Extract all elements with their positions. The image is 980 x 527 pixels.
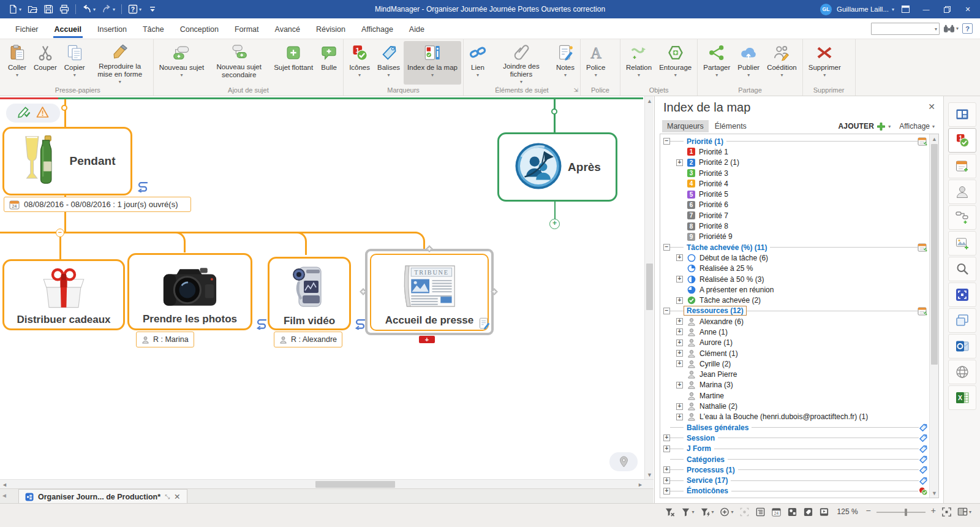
panel-scrollbar[interactable]: ▲ ▼ xyxy=(929,134,938,498)
scroll-right-icon[interactable]: ► xyxy=(636,480,645,489)
horizontal-scrollbar[interactable]: ◄ ► xyxy=(0,479,654,488)
tag-icon[interactable] xyxy=(919,444,928,453)
expand-box-icon[interactable]: + xyxy=(676,339,683,346)
status-tag-view-button[interactable] xyxy=(803,507,813,517)
document-tab[interactable]: Organiser Journ... de Production* ⤡ ✕ xyxy=(18,489,187,504)
ribbon-button-index-de-la-map[interactable]: Index de la map▾ xyxy=(404,41,461,85)
ribbon-button-partager[interactable]: Partager▾ xyxy=(699,41,734,85)
tab-t-che[interactable]: Tâche xyxy=(135,20,172,38)
close-button[interactable]: ✕ xyxy=(958,0,978,18)
expand-box-icon[interactable]: + xyxy=(676,328,683,335)
topic-distribuer-cadeaux[interactable]: Distribuer cadeaux xyxy=(2,259,125,330)
tab-format[interactable]: Format xyxy=(227,20,267,38)
topic-film-video[interactable]: Film vidéo xyxy=(268,257,351,330)
collapse-box-icon[interactable]: − xyxy=(663,308,670,314)
status-outline-view-button[interactable] xyxy=(755,507,766,517)
ribbon-button-co-dition[interactable]: Coédition▾ xyxy=(763,41,801,85)
pane-button-fit-map[interactable] xyxy=(948,282,976,307)
scroll-up-icon[interactable]: ▲ xyxy=(645,96,654,105)
tree-item-priorit-7[interactable]: 7Priorité 7 xyxy=(663,210,928,221)
tree-item-l-eau-la-bouche-henri-dubois-proactiftech-fr-1[interactable]: +L'eau à la Bouche (henri.dubois@proacti… xyxy=(663,412,928,422)
expand-box-icon[interactable]: + xyxy=(676,414,683,420)
ribbon-button-ic-nes[interactable]: 1Icônes▾ xyxy=(345,41,374,85)
collapse-button[interactable]: − xyxy=(56,229,64,237)
expand-box-icon[interactable]: + xyxy=(663,466,670,473)
tree-item-marina-3[interactable]: +Marina (3) xyxy=(663,380,928,390)
qat-redo-button[interactable]: ▾ xyxy=(99,1,118,17)
ribbon-button-copier[interactable]: Copier▾ xyxy=(61,41,89,85)
expand-box-icon[interactable]: + xyxy=(676,382,683,389)
tree-item-priorit-6[interactable]: 6Priorité 6 xyxy=(663,200,928,210)
search-dropdown-icon[interactable]: ▾ xyxy=(935,26,937,32)
view-dropdown[interactable]: Affichage xyxy=(899,122,930,131)
tab-elements[interactable]: Éléments xyxy=(710,120,752,132)
dialog-launcher-icon[interactable]: ⇲ xyxy=(573,87,578,93)
qat-save-button[interactable] xyxy=(40,1,56,17)
tag-icon[interactable] xyxy=(919,476,928,485)
tab-avanc[interactable]: Avancé xyxy=(267,20,308,38)
resource-label-alexandre[interactable]: R : Alexandre xyxy=(274,332,342,347)
edit-check-icon[interactable] xyxy=(17,105,32,121)
locate-pill[interactable] xyxy=(609,452,638,471)
expand-box-icon[interactable]: + xyxy=(663,445,670,452)
tree-item-priori-t-9[interactable]: 9Prioriété 9 xyxy=(663,232,928,242)
zoom-in-button[interactable]: + xyxy=(931,506,936,515)
relationship-indicator-icon[interactable] xyxy=(353,318,366,332)
view-dropdown-icon[interactable]: ▾ xyxy=(932,124,935,129)
expand-box-icon[interactable]: + xyxy=(663,434,670,441)
tab-insertion[interactable]: Insertion xyxy=(89,20,135,38)
tree-section-j-form[interactable]: +J Form xyxy=(663,444,928,454)
status-presentation-view-button[interactable] xyxy=(819,507,829,517)
collapse-box-icon[interactable]: − xyxy=(663,138,670,145)
ribbon-button-bulle[interactable]: Bulle xyxy=(317,41,341,85)
expand-box-icon[interactable]: + xyxy=(676,350,683,357)
tab-accueil[interactable]: Accueil xyxy=(47,20,89,38)
panel-close-icon[interactable]: ✕ xyxy=(928,102,935,112)
relationship-indicator-icon[interactable] xyxy=(136,181,149,195)
tag-icon[interactable] xyxy=(919,433,928,442)
selection-handle-right-icon[interactable] xyxy=(490,287,499,298)
pane-button-images[interactable] xyxy=(948,231,976,256)
restore-button[interactable] xyxy=(937,0,957,18)
pane-button-snapshot[interactable] xyxy=(948,308,976,333)
scroll-up-icon[interactable]: ▲ xyxy=(930,134,939,143)
add-button[interactable]: AJOUTER xyxy=(838,122,874,131)
expand-box-icon[interactable]: + xyxy=(676,254,683,261)
pane-button-marker-index[interactable]: 1 xyxy=(948,128,976,153)
tree-item-priorit-8[interactable]: 8Priorité 8 xyxy=(663,221,928,231)
qat-new-document-button[interactable]: ▾ xyxy=(5,1,24,17)
status-icon-view-button[interactable] xyxy=(787,507,797,517)
tree-item-nathalie-2[interactable]: +Nathalie (2) xyxy=(663,401,928,411)
tree-item-alexandre-6[interactable]: +Alexandre (6) xyxy=(663,316,928,327)
tab-aide[interactable]: Aide xyxy=(401,20,432,38)
pane-button-map-links[interactable] xyxy=(948,205,976,230)
calendar-add-icon[interactable] xyxy=(918,137,928,146)
ribbon-button-joindre-des-fichiers[interactable]: Joindre des fichiers▾ xyxy=(490,41,552,85)
user-menu-chevron-icon[interactable]: ▾ xyxy=(892,7,894,12)
user-name[interactable]: Guillaume Laill... xyxy=(837,6,889,13)
tree-item-a-pr-senter-en-r-union[interactable]: A présenter en réunion xyxy=(663,284,928,295)
topic-accueil-de-presse[interactable]: TRIBUNE Accueil de presse xyxy=(370,254,489,331)
status-filter-button[interactable]: ▾ xyxy=(680,507,695,517)
add-plus-icon[interactable] xyxy=(876,122,886,131)
pane-button-web[interactable] xyxy=(948,360,976,384)
pane-button-resources[interactable] xyxy=(948,180,976,204)
topic-pendant[interactable]: Pendant xyxy=(2,127,132,195)
tag-icon[interactable] xyxy=(919,455,928,464)
pane-button-outlook[interactable] xyxy=(948,334,976,358)
help-icon[interactable]: ? xyxy=(962,23,973,34)
user-avatar[interactable]: GL xyxy=(820,4,832,15)
tree-item-priorit-2-1[interactable]: +2Priorité 2 (1) xyxy=(663,157,928,168)
expand-box-icon[interactable]: + xyxy=(676,159,683,166)
connector-node[interactable] xyxy=(61,105,67,111)
tab-conception[interactable]: Conception xyxy=(172,20,227,38)
tree-section-processus-1[interactable]: +Processus (1) xyxy=(663,464,928,475)
qat-customize-button[interactable] xyxy=(145,1,160,17)
zoom-slider[interactable] xyxy=(876,512,925,513)
ribbon-button-relation[interactable]: Relation▾ xyxy=(622,41,655,85)
status-filter-clear-button[interactable] xyxy=(665,507,675,517)
collapse-box-icon[interactable]: − xyxy=(663,244,670,251)
expand-box-icon[interactable]: + xyxy=(676,276,683,282)
tab-fichier[interactable]: Fichier xyxy=(7,20,47,38)
tab-affichage[interactable]: Affichage xyxy=(353,20,401,38)
